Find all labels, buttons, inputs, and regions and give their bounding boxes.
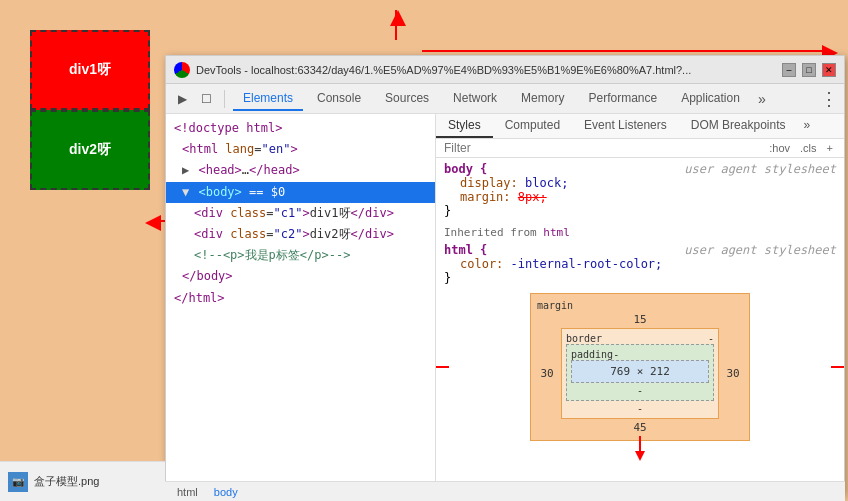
html-rule: user agent stylesheet html { color: -int… bbox=[444, 243, 836, 285]
sidebar-bottom: 📷 盒子模型.png bbox=[0, 461, 165, 501]
filter-buttons: :hov .cls + bbox=[766, 141, 836, 155]
padding-label: padding- bbox=[571, 349, 709, 360]
image-label: 盒子模型.png bbox=[34, 474, 99, 489]
html-line-html-close: </html> bbox=[166, 288, 435, 309]
tab-memory[interactable]: Memory bbox=[511, 87, 574, 111]
div2-box: div2呀 bbox=[30, 110, 150, 190]
box-model-area: margin 15 30 border - bbox=[444, 293, 836, 441]
html-line-body-close: </body> bbox=[166, 266, 435, 287]
tab-performance[interactable]: Performance bbox=[578, 87, 667, 111]
bottom-bar-html[interactable]: html bbox=[173, 486, 202, 498]
html-line-comment: <!--<p>我是p标签</p>--> bbox=[166, 245, 435, 266]
tab-console[interactable]: Console bbox=[307, 87, 371, 111]
devtools-menu-button[interactable]: ⋮ bbox=[820, 88, 838, 110]
box-border: border - padding- 769 × 212 - bbox=[561, 328, 719, 419]
subtabs-more-button[interactable]: » bbox=[797, 114, 816, 138]
rule1-selector: body { bbox=[444, 162, 487, 176]
styles-panel: Styles Computed Event Listeners DOM Brea… bbox=[436, 114, 844, 494]
hov-filter-button[interactable]: :hov bbox=[766, 141, 793, 155]
styles-subtabs: Styles Computed Event Listeners DOM Brea… bbox=[436, 114, 844, 139]
arrow-top-icon bbox=[390, 10, 406, 26]
rule2-prop-color: color: -internal-root-color; bbox=[460, 257, 836, 271]
margin-bottom-value: 45 bbox=[537, 421, 743, 434]
bottom-bar: html body bbox=[165, 481, 845, 501]
image-icon: 📷 bbox=[8, 472, 28, 492]
devtools-body: <!doctype html> <html lang="en"> ▶ <head… bbox=[166, 114, 844, 494]
add-style-button[interactable]: + bbox=[824, 141, 836, 155]
padding-bottom-val: - bbox=[571, 385, 709, 396]
cls-filter-button[interactable]: .cls bbox=[797, 141, 820, 155]
div2-label: div2呀 bbox=[69, 141, 111, 159]
box-margin: margin 15 30 border - bbox=[530, 293, 750, 441]
rule2-close: } bbox=[444, 271, 836, 285]
tab-sources[interactable]: Sources bbox=[375, 87, 439, 111]
arrow-bm-right bbox=[831, 362, 844, 372]
arrow-left-icon bbox=[145, 215, 161, 231]
devtools-toolbar: ▶ ☐ Elements Console Sources Network Mem… bbox=[166, 84, 844, 114]
html-line-div2: <div class="c2">div2呀</div> bbox=[166, 224, 435, 245]
rule2-source: user agent stylesheet bbox=[684, 243, 836, 257]
subtab-dom-breakpoints[interactable]: DOM Breakpoints bbox=[679, 114, 798, 138]
minimize-button[interactable]: – bbox=[782, 63, 796, 77]
margin-middle-row: 30 border - padding- bbox=[537, 328, 743, 419]
styles-filter-bar: :hov .cls + bbox=[436, 139, 844, 158]
margin-top-value: 15 bbox=[537, 313, 743, 326]
subtab-computed[interactable]: Computed bbox=[493, 114, 572, 138]
arrow-bm-left bbox=[436, 362, 449, 372]
restore-button[interactable]: □ bbox=[802, 63, 816, 77]
rule2-selector: html { bbox=[444, 243, 487, 257]
border-bottom-val: - bbox=[566, 403, 714, 414]
margin-label: margin bbox=[537, 300, 573, 311]
div1-label: div1呀 bbox=[69, 61, 111, 79]
box-content: 769 × 212 bbox=[571, 360, 709, 383]
devtools-window: DevTools - localhost:63342/day46/1.%E5%A… bbox=[165, 55, 845, 495]
devtools-title: DevTools - localhost:63342/day46/1.%E5%A… bbox=[196, 64, 776, 76]
chrome-icon bbox=[174, 62, 190, 78]
rule1-close: } bbox=[444, 204, 836, 218]
html-line-html: <html lang="en"> bbox=[166, 139, 435, 160]
filter-input[interactable] bbox=[444, 141, 766, 155]
tab-elements[interactable]: Elements bbox=[233, 87, 303, 111]
div1-box: div1呀 bbox=[30, 30, 150, 110]
rule1-source: user agent stylesheet bbox=[684, 162, 836, 176]
body-rule: user agent stylesheet body { display: bl… bbox=[444, 162, 836, 218]
subtab-event-listeners[interactable]: Event Listeners bbox=[572, 114, 679, 138]
rule1-prop-margin: margin: 8px; bbox=[460, 190, 836, 204]
border-val: - bbox=[708, 333, 714, 344]
box-padding: padding- 769 × 212 - bbox=[566, 344, 714, 401]
html-panel[interactable]: <!doctype html> <html lang="en"> ▶ <head… bbox=[166, 114, 436, 494]
devtools-titlebar: DevTools - localhost:63342/day46/1.%E5%A… bbox=[166, 56, 844, 84]
arrow-right-line bbox=[422, 50, 822, 52]
box-model-container: margin 15 30 border - bbox=[530, 293, 750, 441]
tab-application[interactable]: Application bbox=[671, 87, 750, 111]
margin-left-value: 30 bbox=[537, 367, 557, 380]
subtab-styles[interactable]: Styles bbox=[436, 114, 493, 138]
tabs-more-button[interactable]: » bbox=[754, 91, 770, 107]
toolbar-separator bbox=[224, 90, 225, 108]
styles-content[interactable]: user agent stylesheet body { display: bl… bbox=[436, 158, 844, 494]
bottom-bar-body[interactable]: body bbox=[210, 486, 242, 498]
inherited-label: Inherited from html bbox=[444, 226, 836, 239]
html-line-doctype: <!doctype html> bbox=[166, 118, 435, 139]
tab-network[interactable]: Network bbox=[443, 87, 507, 111]
border-label: border bbox=[566, 333, 602, 344]
inspect-icon[interactable]: ▶ bbox=[172, 89, 192, 109]
device-icon[interactable]: ☐ bbox=[196, 89, 216, 109]
margin-right-value: 30 bbox=[723, 367, 743, 380]
html-line-div1: <div class="c1">div1呀</div> bbox=[166, 203, 435, 224]
arrow-top-line bbox=[395, 10, 397, 40]
html-line-head: ▶ <head>…</head> bbox=[166, 160, 435, 181]
rule1-prop-display: display: block; bbox=[460, 176, 836, 190]
arrow-bm-bottom bbox=[635, 436, 645, 461]
html-line-body[interactable]: ▼ <body> == $0 bbox=[166, 182, 435, 203]
close-button[interactable]: ✕ bbox=[822, 63, 836, 77]
